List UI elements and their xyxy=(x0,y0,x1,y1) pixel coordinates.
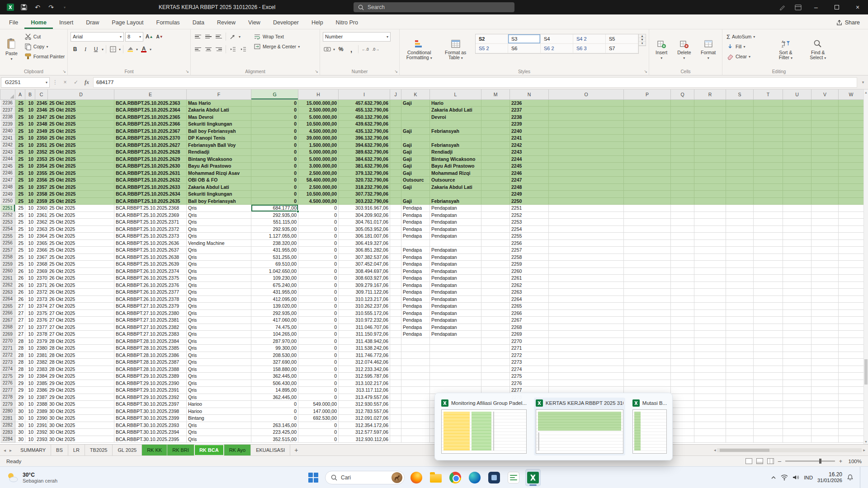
cell-K2274[interactable] xyxy=(401,366,430,373)
cell-N2275[interactable]: 2275 xyxy=(510,373,549,380)
cell-U2273[interactable] xyxy=(783,359,811,366)
cell-O2249[interactable] xyxy=(549,191,624,198)
cell-V2247[interactable] xyxy=(811,177,839,184)
cell-M2266[interactable] xyxy=(481,310,510,317)
maximize-button[interactable] xyxy=(826,0,847,14)
cell-W2271[interactable] xyxy=(839,345,864,352)
cell-M2260[interactable] xyxy=(481,267,510,275)
cell-R2262[interactable] xyxy=(694,282,726,289)
cell-H2252[interactable]: 0 xyxy=(298,211,339,219)
cell-C2266[interactable]: 2375 xyxy=(35,310,48,317)
cell-S2276[interactable] xyxy=(726,380,754,387)
cell-V2251[interactable] xyxy=(811,205,839,212)
cell-B2237[interactable]: 10 xyxy=(25,107,35,114)
cell-V2237[interactable] xyxy=(811,107,839,114)
cell-W2246[interactable] xyxy=(839,169,864,177)
cell-P2251[interactable] xyxy=(624,205,671,212)
cell-N2266[interactable]: 2266 xyxy=(510,310,549,317)
cell-J2248[interactable] xyxy=(390,183,401,191)
cell-I2259[interactable]: 307.452.047,06 xyxy=(339,261,390,268)
cell-O2238[interactable] xyxy=(549,113,624,121)
cell-R2272[interactable] xyxy=(694,352,726,359)
cell-I2241[interactable]: 396.132.790,06 xyxy=(339,135,390,142)
cell-G2250[interactable]: 0 xyxy=(251,197,298,205)
cell-Q2263[interactable] xyxy=(671,289,694,296)
borders-icon[interactable] xyxy=(108,45,118,54)
cell-J2238[interactable] xyxy=(390,113,401,121)
cell-O2246[interactable] xyxy=(549,169,624,177)
cell-Q2268[interactable] xyxy=(671,324,694,331)
cell-Q2259[interactable] xyxy=(671,261,694,268)
cell-K2257[interactable]: Pendapa xyxy=(401,247,430,254)
cell-W2255[interactable] xyxy=(839,233,864,240)
cell-K2246[interactable]: Gaji xyxy=(401,169,430,177)
cell-A2250[interactable]: 25 xyxy=(15,197,25,205)
cell-R2277[interactable] xyxy=(694,387,726,394)
cell-J2244[interactable] xyxy=(390,155,401,163)
cell-H2273[interactable]: 0 xyxy=(298,359,339,366)
cell-C2276[interactable]: 2385 xyxy=(35,380,48,387)
cell-style-s6-3[interactable]: S6 3 xyxy=(573,44,606,53)
cell-W2247[interactable] xyxy=(839,177,864,184)
cell-B2246[interactable]: 10 xyxy=(25,169,35,177)
cell-Q2262[interactable] xyxy=(671,282,694,289)
cell-J2243[interactable] xyxy=(390,149,401,156)
cell-E2256[interactable]: BCA.RBBPT.25.10.2025.2636 xyxy=(114,239,187,247)
cell-O2236[interactable] xyxy=(549,99,624,107)
cell-O2242[interactable] xyxy=(549,141,624,149)
cell-I2240[interactable]: 435.132.790,06 xyxy=(339,127,390,135)
cell-D2269[interactable]: 27 Okt 2025 xyxy=(48,331,114,338)
page-layout-view-icon[interactable] xyxy=(756,458,763,464)
cell-A2258[interactable]: 25 xyxy=(15,253,25,261)
column-header-T[interactable]: T xyxy=(754,89,783,99)
cell-A2282[interactable]: 30 xyxy=(15,422,25,429)
cell-K2243[interactable]: Gaji xyxy=(401,149,430,156)
cell-I2267[interactable]: 310.972.232,06 xyxy=(339,317,390,324)
cell-Q2237[interactable] xyxy=(671,107,694,114)
cell-F2236[interactable]: Mas Hario xyxy=(187,99,251,107)
cell-A2279[interactable]: 30 xyxy=(15,401,25,408)
cell-J2236[interactable] xyxy=(390,99,401,107)
cell-K2272[interactable] xyxy=(401,352,430,359)
cell-T2251[interactable] xyxy=(754,205,783,212)
cell-U2263[interactable] xyxy=(783,289,811,296)
cell-U2245[interactable] xyxy=(783,163,811,170)
cell-A2263[interactable]: 26 xyxy=(15,289,25,296)
cell-P2252[interactable] xyxy=(624,211,671,219)
cell-B2272[interactable]: 10 xyxy=(25,352,35,359)
row-header-2244[interactable]: 2244 xyxy=(0,155,15,163)
cell-I2284[interactable]: 312.930.112,06 xyxy=(339,436,390,443)
cell-K2269[interactable]: Pendapa xyxy=(401,331,430,338)
cell-F2275[interactable]: Qris xyxy=(187,373,251,380)
cell-S2262[interactable] xyxy=(726,282,754,289)
row-header-2277[interactable]: 2277 xyxy=(0,387,15,394)
delete-cells-button[interactable]: Delete ▾ xyxy=(674,31,694,68)
cell-I2236[interactable]: 457.632.790,06 xyxy=(339,99,390,107)
cell-T2271[interactable] xyxy=(754,345,783,352)
cell-F2280[interactable]: Harioo xyxy=(187,408,251,415)
cell-W2256[interactable] xyxy=(839,239,864,247)
cell-V2241[interactable] xyxy=(811,135,839,142)
cell-M2242[interactable] xyxy=(481,141,510,149)
cell-C2238[interactable]: 2347 xyxy=(35,113,48,121)
cell-M2255[interactable] xyxy=(481,233,510,240)
cell-N2246[interactable]: 2246 xyxy=(510,169,549,177)
cell-C2256[interactable]: 2365 xyxy=(35,239,48,247)
cell-U2267[interactable] xyxy=(783,317,811,324)
cell-Q2274[interactable] xyxy=(671,366,694,373)
cell-I2257[interactable]: 306.851.282,06 xyxy=(339,247,390,254)
cell-R2269[interactable] xyxy=(694,331,726,338)
cell-A2249[interactable]: 25 xyxy=(15,191,25,198)
ribbon-tab-help[interactable]: Help xyxy=(305,16,330,29)
cell-S2243[interactable] xyxy=(726,149,754,156)
cell-W2243[interactable] xyxy=(839,149,864,156)
cell-U2277[interactable] xyxy=(783,387,811,394)
row-header-2245[interactable]: 2245 xyxy=(0,163,15,170)
cell-C2267[interactable]: 2376 xyxy=(35,317,48,324)
row-header-2241[interactable]: 2241 xyxy=(0,135,15,142)
cell-K2261[interactable]: Pendapa xyxy=(401,275,430,282)
number-format-combo[interactable]: Number▾ xyxy=(323,32,391,42)
cell-W2269[interactable] xyxy=(839,331,864,338)
cell-L2241[interactable] xyxy=(430,135,481,142)
row-header-2239[interactable]: 2239 xyxy=(0,121,15,128)
